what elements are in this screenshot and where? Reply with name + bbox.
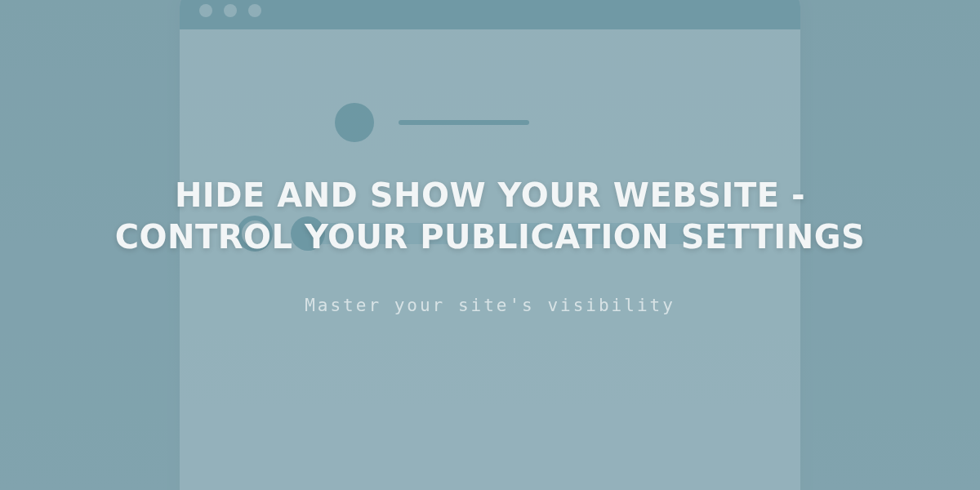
- hero-subline: Master your site's visibility: [305, 296, 675, 315]
- hero-content: HIDE AND SHOW YOUR WEBSITE - CONTROL YOU…: [0, 0, 980, 490]
- hero-headline: HIDE AND SHOW YOUR WEBSITE - CONTROL YOU…: [114, 175, 866, 258]
